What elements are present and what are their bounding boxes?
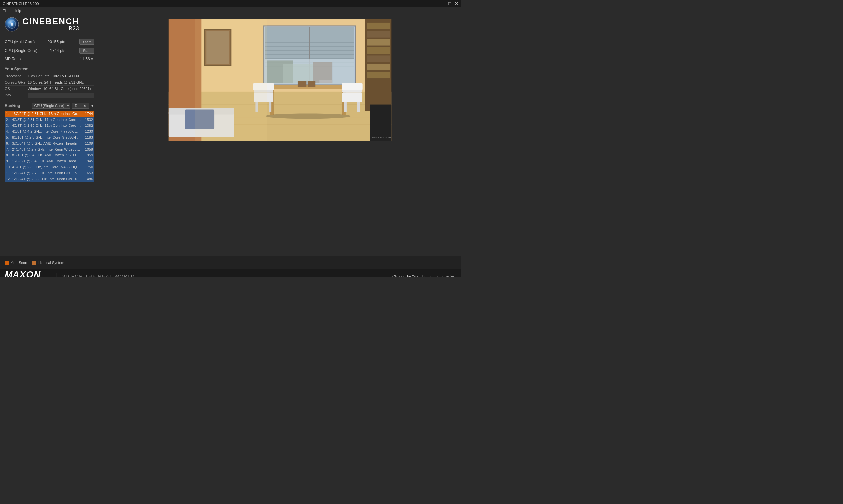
ranking-dropdown-wrapper[interactable]: CPU (Single Core) CPU (Multi Core) ▼	[32, 103, 71, 109]
svg-rect-45	[342, 83, 363, 90]
rank-score: 1382	[81, 124, 93, 127]
rank-item[interactable]: 6. 32C/64T @ 3 GHz, AMD Ryzen Threadripp…	[5, 140, 94, 146]
svg-rect-50	[367, 23, 390, 29]
svg-rect-57	[370, 105, 392, 141]
bottom-bar: MAXON A NEMETSCHEK COMPANY | 3D FOR THE …	[0, 269, 461, 277]
rank-item[interactable]: 10. 4C/8T @ 2.3 GHz, Intel Core i7-4850H…	[5, 164, 94, 170]
rank-score: 945	[81, 159, 93, 163]
window-controls: – □ ✕	[441, 1, 459, 6]
multi-core-start-button[interactable]: Start	[79, 39, 94, 45]
identical-system-label: Identical System	[38, 260, 64, 265]
mp-ratio-label: MP Ratio	[5, 57, 21, 61]
rank-item[interactable]: 3. 4C/8T @ 1.69 GHz, 11th Gen Intel Core…	[5, 123, 94, 128]
processor-value: 13th Gen Intel Core i7-13700HX	[28, 74, 94, 78]
details-dropdown-arrow-icon[interactable]: ▼	[90, 104, 94, 108]
minimize-button[interactable]: –	[441, 1, 445, 6]
render-preview: www.renderbaron.de	[168, 19, 392, 141]
svg-rect-55	[367, 64, 390, 70]
legend: Your Score Identical System	[5, 260, 64, 265]
your-score-dot	[5, 260, 9, 265]
rank-score: 959	[81, 153, 93, 157]
info-input[interactable]	[28, 93, 94, 98]
ranking-dropdown[interactable]: CPU (Single Core) CPU (Multi Core)	[32, 103, 71, 109]
os-row: OS Windows 10, 64 Bit, Core (build 22621…	[5, 86, 94, 92]
rank-item[interactable]: 1. 16C/24T @ 2.31 GHz, 13th Gen Intel Co…	[5, 111, 94, 116]
your-score-label: Your Score	[11, 260, 28, 265]
ranking-title: Ranking	[5, 104, 20, 108]
rank-number: 3.	[6, 124, 12, 127]
multi-core-score: 20155 pts	[48, 39, 65, 44]
render-scene-svg: www.renderbaron.de	[168, 19, 392, 141]
mp-ratio-row: MP Ratio 11.56 x	[5, 55, 94, 62]
benchmark-section: CPU (Multi Core) 20155 pts Start CPU (Si…	[5, 38, 94, 62]
logo-area: CINEBENCH R23	[5, 17, 94, 32]
system-section: Your System Processor 13th Gen Intel Cor…	[5, 67, 94, 100]
app-version: R23	[22, 26, 79, 32]
details-button[interactable]: Details	[72, 103, 89, 109]
maximize-button[interactable]: □	[447, 1, 452, 6]
os-value: Windows 10, 64 Bit, Core (build 22621)	[28, 87, 94, 91]
ranking-list: 1. 16C/24T @ 2.31 GHz, 13th Gen Intel Co…	[5, 111, 94, 182]
ranking-header: Ranking CPU (Single Core) CPU (Multi Cor…	[5, 103, 94, 109]
rank-item[interactable]: 9. 16C/32T @ 3.4 GHz, AMD Ryzen Threadri…	[5, 158, 94, 164]
cores-label: Cores x GHz	[5, 80, 28, 84]
processor-row: Processor 13th Gen Intel Core i7-13700HX	[5, 73, 94, 79]
rank-name: 4C/8T @ 4.2 GHz, Intel Core i7-7700K CPU	[12, 129, 81, 133]
svg-rect-51	[367, 31, 390, 38]
rank-score: 1230	[81, 129, 93, 133]
svg-rect-53	[367, 48, 390, 54]
rank-number: 7.	[6, 148, 12, 151]
rank-item[interactable]: 7. 24C/48T @ 2.7 GHz, Intel Xeon W-3265M…	[5, 146, 94, 152]
rank-name: 16C/32T @ 3.4 GHz, AMD Ryzen Threadrippe…	[12, 159, 81, 163]
identical-system-dot	[32, 260, 36, 265]
menu-file[interactable]: File	[3, 8, 8, 13]
svg-rect-54	[367, 55, 390, 62]
rank-score: 486	[81, 177, 93, 181]
rank-name: 8C/16T @ 3.4 GHz, AMD Ryzen 7 1700X Eigh…	[12, 153, 81, 157]
svg-rect-59	[298, 81, 306, 87]
rank-number: 6.	[6, 142, 12, 145]
info-label: Info	[5, 93, 28, 97]
rank-name: 4C/8T @ 2.81 GHz, 11th Gen Intel Core i7…	[12, 118, 81, 122]
rank-score: 1109	[81, 141, 93, 145]
rank-number: 12.	[6, 177, 12, 181]
rank-item[interactable]: 8. 8C/16T @ 3.4 GHz, AMD Ryzen 7 1700X E…	[5, 152, 94, 158]
menu-help[interactable]: Help	[14, 8, 21, 13]
rank-item[interactable]: 5. 8C/16T @ 2.3 GHz, Intel Core i9-9880H…	[5, 134, 94, 140]
svg-rect-41	[342, 90, 362, 93]
svg-rect-44	[342, 93, 362, 103]
close-button[interactable]: ✕	[454, 1, 459, 6]
your-system-title: Your System	[5, 67, 94, 71]
rank-name: 24C/48T @ 2.7 GHz, Intel Xeon W-3265M CP…	[12, 147, 81, 151]
status-text: Click on the 'Start' button to run the t…	[392, 274, 456, 277]
app-name: CINEBENCH	[22, 17, 79, 26]
rank-name: 12C/24T @ 2.66 GHz, Intel Xeon CPU X5650	[12, 177, 81, 181]
left-panel: CINEBENCH R23 CPU (Multi Core) 20155 pts…	[0, 14, 99, 256]
rank-number: 1.	[6, 112, 12, 115]
maxon-logo: MAXON A NEMETSCHEK COMPANY | 3D FOR THE …	[5, 269, 135, 277]
rank-item[interactable]: 2. 4C/8T @ 2.81 GHz, 11th Gen Intel Core…	[5, 116, 94, 123]
svg-text:www.renderbaron.de: www.renderbaron.de	[372, 136, 392, 139]
identical-system-legend: Identical System	[32, 260, 64, 265]
cores-row: Cores x GHz 16 Cores, 24 Threads @ 2.31 …	[5, 79, 94, 86]
window-title: CINEBENCH R23.200	[3, 2, 38, 5]
os-label: OS	[5, 87, 28, 91]
svg-rect-30	[283, 64, 313, 83]
rank-name: 12C/24T @ 2.7 GHz, Intel Xeon CPU E5-269…	[12, 171, 81, 175]
rank-name: 16C/24T @ 2.31 GHz, 13th Gen Intel Core …	[12, 112, 81, 115]
title-bar: CINEBENCH R23.200 – □ ✕	[0, 0, 461, 7]
cores-value: 16 Cores, 24 Threads @ 2.31 GHz	[28, 80, 94, 84]
rank-item[interactable]: 12. 12C/24T @ 2.66 GHz, Intel Xeon CPU X…	[5, 176, 94, 182]
rank-item[interactable]: 11. 12C/24T @ 2.7 GHz, Intel Xeon CPU E5…	[5, 170, 94, 176]
single-core-row: CPU (Single Core) 1744 pts Start	[5, 47, 94, 55]
rank-item[interactable]: 4. 4C/8T @ 4.2 GHz, Intel Core i7-7700K …	[5, 128, 94, 134]
rank-name: 4C/8T @ 1.69 GHz, 11th Gen Intel Core i7…	[12, 124, 81, 127]
tagline: 3D FOR THE REAL WORLD	[62, 274, 135, 277]
mp-ratio-value: 11.56 x	[80, 57, 93, 61]
rank-number: 4.	[6, 130, 12, 133]
rank-number: 8.	[6, 154, 12, 157]
single-core-start-button[interactable]: Start	[79, 48, 94, 54]
menu-bar: File Help	[0, 7, 461, 14]
maxon-name: MAXON	[5, 269, 40, 277]
rank-score: 1058	[81, 147, 93, 151]
